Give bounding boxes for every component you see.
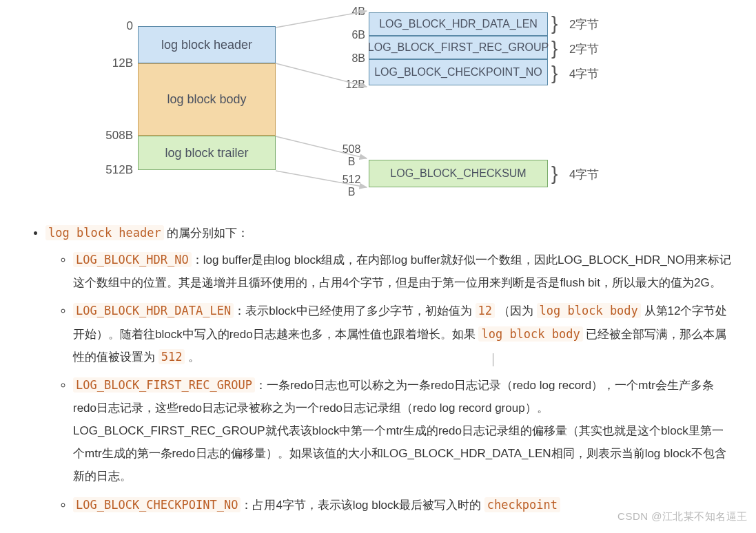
trl-size-0: 4字节 bbox=[569, 167, 599, 182]
text-span: ：表示block中已经使用了多少字节，初始值为 bbox=[234, 304, 475, 317]
inline-code: 12 bbox=[476, 303, 495, 318]
list-item: LOG_BLOCK_HDR_NO：log buffer是由log block组成… bbox=[73, 249, 734, 294]
left-offset-508b: 508B bbox=[92, 129, 133, 143]
intro-line: log block header 的属分别如下： LOG_BLOCK_HDR_N… bbox=[45, 222, 734, 516]
left-block-header: log block header bbox=[138, 26, 276, 63]
brace-icon: } bbox=[551, 63, 558, 83]
trl-field-checksum: LOG_BLOCK_CHECKSUM bbox=[369, 160, 548, 187]
inline-code: log block body bbox=[537, 303, 641, 318]
brace-icon: } bbox=[551, 164, 558, 183]
hdr-field-data-len: LOG_BLOCK_HDR_DATA_LEN bbox=[369, 12, 548, 36]
watermark-text: CSDN @江北某不知名逼王 bbox=[617, 510, 748, 523]
trl-offset-512b: 512 B bbox=[338, 174, 365, 198]
item-code: LOG_BLOCK_FIRST_REC_GROUP bbox=[73, 377, 255, 393]
item-code: LOG_BLOCK_CHECKPOINT_NO bbox=[73, 497, 241, 512]
hdr-field-first-rec-group: LOG_BLOCK_FIRST_REC_GROUP bbox=[369, 36, 548, 59]
hdr-size-1: 2字节 bbox=[569, 41, 599, 57]
hdr-size-0: 2字节 bbox=[569, 17, 599, 32]
text-span: ：占用4字节，表示该log block最后被写入时的 bbox=[241, 499, 484, 512]
log-block-diagram: 0 12B 508B 512B log block header log blo… bbox=[0, 0, 756, 207]
left-block-trailer: log block trailer bbox=[138, 136, 276, 170]
inline-code: 512 bbox=[159, 349, 185, 364]
inline-code: checkpoint bbox=[484, 497, 560, 512]
hdr-offset-12b: 12B bbox=[331, 79, 365, 91]
left-offset-512b: 512B bbox=[92, 163, 133, 177]
text-span: 。 bbox=[185, 351, 200, 364]
text-span: ：一条redo日志也可以称之为一条redo日志记录（redo log recor… bbox=[73, 379, 726, 483]
left-block-body: log block body bbox=[138, 63, 276, 136]
text-cursor-caret bbox=[493, 353, 493, 366]
left-offset-0: 0 bbox=[92, 19, 133, 33]
list-item: LOG_BLOCK_HDR_DATA_LEN：表示block中已经使用了多少字节… bbox=[73, 300, 734, 368]
brace-icon: } bbox=[551, 14, 558, 33]
content-body: log block header 的属分别如下： LOG_BLOCK_HDR_N… bbox=[32, 222, 734, 522]
item-code: LOG_BLOCK_HDR_DATA_LEN bbox=[73, 303, 234, 318]
hdr-offset-8b: 8B bbox=[331, 52, 365, 65]
intro-rest: 的属分别如下： bbox=[164, 227, 249, 240]
item-code: LOG_BLOCK_HDR_NO bbox=[73, 252, 192, 267]
trl-offset-508b: 508 B bbox=[338, 143, 365, 168]
hdr-offset-6b: 6B bbox=[331, 29, 365, 41]
hdr-offset-4b: 4B bbox=[331, 6, 365, 18]
left-offset-12b: 12B bbox=[92, 56, 133, 70]
list-item: LOG_BLOCK_FIRST_REC_GROUP：一条redo日志也可以称之为… bbox=[73, 374, 734, 488]
hdr-size-2: 4字节 bbox=[569, 66, 599, 82]
intro-code: log block header bbox=[45, 225, 164, 240]
text-span: （因为 bbox=[495, 304, 536, 317]
inline-code: log block body bbox=[478, 326, 582, 342]
brace-icon: } bbox=[551, 39, 558, 58]
sub-list: LOG_BLOCK_HDR_NO：log buffer是由log block组成… bbox=[45, 249, 734, 516]
hdr-field-checkpoint-no: LOG_BLOCK_CHECKPOINT_NO bbox=[369, 59, 548, 85]
